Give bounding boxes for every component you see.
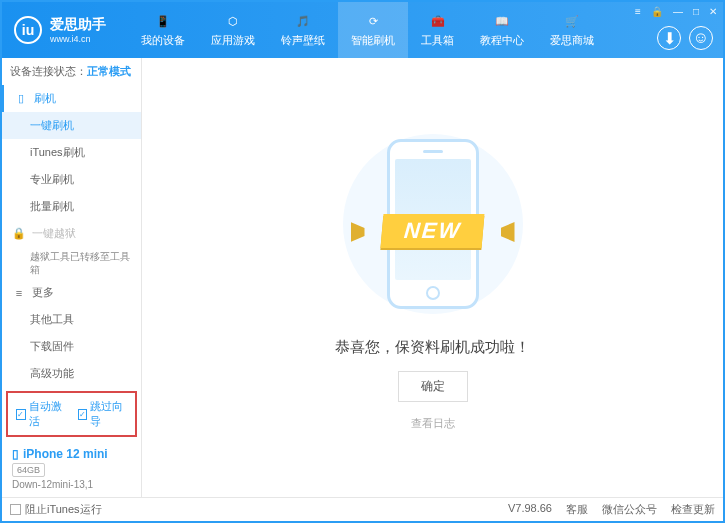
logo-icon: iu — [14, 16, 42, 44]
jailbreak-note: 越狱工具已转移至工具箱 — [2, 247, 141, 279]
list-icon: ≡ — [12, 286, 26, 300]
menu-icon[interactable]: ≡ — [635, 6, 641, 17]
window-controls: ≡ 🔒 — □ ✕ — [635, 6, 717, 17]
user-icon[interactable]: ☺ — [689, 26, 713, 50]
nav-flash[interactable]: ⟳智能刷机 — [338, 2, 408, 58]
nav-ringtones[interactable]: 🎵铃声壁纸 — [268, 2, 338, 58]
header-actions: ⬇ ☺ — [657, 26, 713, 50]
app-header: iu 爱思助手 www.i4.cn 📱我的设备 ⬡应用游戏 🎵铃声壁纸 ⟳智能刷… — [2, 2, 723, 58]
sidebar-item-download[interactable]: 下载固件 — [2, 333, 141, 360]
new-badge: NEW — [380, 214, 484, 248]
checkbox-skip-guide[interactable]: ✓跳过向导 — [78, 399, 128, 429]
sidebar: 设备连接状态：正常模式 ▯ 刷机 一键刷机 iTunes刷机 专业刷机 批量刷机… — [2, 58, 142, 497]
footer: 阻止iTunes运行 V7.98.66 客服 微信公众号 检查更新 — [2, 497, 723, 521]
app-title: 爱思助手 — [50, 16, 106, 34]
lock-icon[interactable]: 🔒 — [651, 6, 663, 17]
device-info[interactable]: ▯iPhone 12 mini 64GB Down-12mini-13,1 — [2, 441, 141, 496]
section-more[interactable]: ≡ 更多 — [2, 279, 141, 306]
sidebar-item-oneclick[interactable]: 一键刷机 — [2, 112, 141, 139]
wechat-link[interactable]: 微信公众号 — [602, 502, 657, 517]
lock-outline-icon: 🔒 — [12, 227, 26, 241]
checkbox-block-itunes[interactable] — [10, 504, 21, 515]
checkbox-auto-activate[interactable]: ✓自动激活 — [16, 399, 66, 429]
device-phone-icon: ▯ — [12, 447, 19, 461]
nav-store[interactable]: 🛒爱思商城 — [537, 2, 607, 58]
phone-illustration: NEW — [353, 124, 513, 324]
device-capacity: 64GB — [12, 463, 45, 477]
app-subtitle: www.i4.cn — [50, 34, 106, 44]
sidebar-item-batch[interactable]: 批量刷机 — [2, 193, 141, 220]
ok-button[interactable]: 确定 — [398, 371, 468, 402]
sidebar-item-pro[interactable]: 专业刷机 — [2, 166, 141, 193]
sidebar-item-itunes[interactable]: iTunes刷机 — [2, 139, 141, 166]
nav-my-device[interactable]: 📱我的设备 — [128, 2, 198, 58]
sidebar-item-advanced[interactable]: 高级功能 — [2, 360, 141, 387]
success-message: 恭喜您，保资料刷机成功啦！ — [335, 338, 530, 357]
nav-toolbox[interactable]: 🧰工具箱 — [408, 2, 467, 58]
book-icon: 📖 — [493, 12, 511, 30]
support-link[interactable]: 客服 — [566, 502, 588, 517]
maximize-icon[interactable]: □ — [693, 6, 699, 17]
download-icon[interactable]: ⬇ — [657, 26, 681, 50]
music-icon: 🎵 — [294, 12, 312, 30]
cart-icon: 🛒 — [563, 12, 581, 30]
device-model: Down-12mini-13,1 — [12, 479, 131, 490]
sidebar-item-other[interactable]: 其他工具 — [2, 306, 141, 333]
option-checkboxes: ✓自动激活 ✓跳过向导 — [6, 391, 137, 437]
minimize-icon[interactable]: — — [673, 6, 683, 17]
refresh-icon: ⟳ — [364, 12, 382, 30]
section-jailbreak[interactable]: 🔒 一键越狱 — [2, 220, 141, 247]
apps-icon: ⬡ — [224, 12, 242, 30]
version-label: V7.98.66 — [508, 502, 552, 517]
main-content: NEW 恭喜您，保资料刷机成功啦！ 确定 查看日志 — [142, 58, 723, 497]
toolbox-icon: 🧰 — [429, 12, 447, 30]
check-update-link[interactable]: 检查更新 — [671, 502, 715, 517]
nav-apps[interactable]: ⬡应用游戏 — [198, 2, 268, 58]
device-status: 设备连接状态：正常模式 — [2, 58, 141, 85]
section-flash[interactable]: ▯ 刷机 — [2, 85, 141, 112]
block-itunes-label: 阻止iTunes运行 — [25, 502, 102, 517]
view-log-link[interactable]: 查看日志 — [411, 416, 455, 431]
close-icon[interactable]: ✕ — [709, 6, 717, 17]
nav-tutorials[interactable]: 📖教程中心 — [467, 2, 537, 58]
main-nav: 📱我的设备 ⬡应用游戏 🎵铃声壁纸 ⟳智能刷机 🧰工具箱 📖教程中心 🛒爱思商城 — [128, 2, 607, 58]
phone-outline-icon: ▯ — [14, 92, 28, 106]
logo: iu 爱思助手 www.i4.cn — [2, 16, 118, 44]
phone-icon: 📱 — [154, 12, 172, 30]
